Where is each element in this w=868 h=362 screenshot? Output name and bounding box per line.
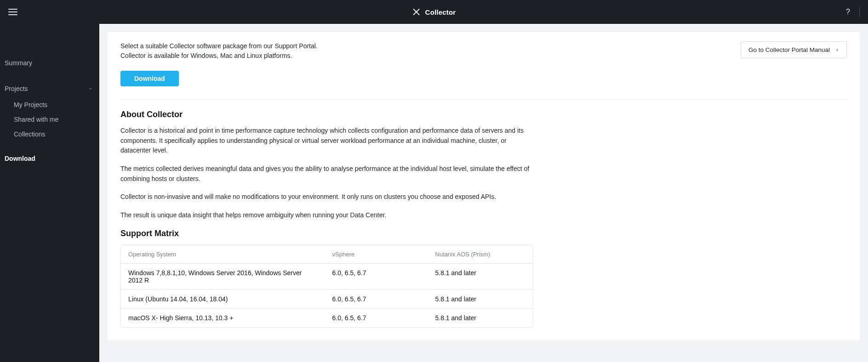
table-header-aos: Nutanix AOS (Prism) — [428, 245, 533, 263]
sidebar-item-label: Summary — [5, 59, 32, 67]
topbar-right: ? — [846, 7, 860, 17]
sidebar-item-label: Shared with me — [14, 116, 58, 123]
sidebar-item-label: Download — [5, 155, 35, 162]
table-row: Linux (Ubuntu 14.04, 16.04, 18.04) 6.0, … — [121, 289, 533, 308]
content-area: Select a suitable Collector software pac… — [99, 24, 868, 362]
cell-aos: 5.8.1 and later — [428, 309, 533, 327]
cell-vsphere: 6.0, 6.5, 6.7 — [325, 290, 428, 308]
sidebar-item-projects[interactable]: Projects — [0, 80, 99, 97]
sidebar-item-shared-with-me[interactable]: Shared with me — [0, 112, 99, 127]
cell-os: Linux (Ubuntu 14.04, 16.04, 18.04) — [121, 290, 325, 308]
table-header-row: Operating System vSphere Nutanix AOS (Pr… — [121, 245, 533, 263]
sidebar-item-collections[interactable]: Collections — [0, 127, 99, 141]
table-row: macOS X- High Sierra, 10.13, 10.3 + 6.0,… — [121, 308, 533, 327]
about-paragraph: The metrics collected derives meaningful… — [120, 164, 534, 184]
chevron-up-icon — [88, 86, 93, 91]
intro-text: Select a suitable Collector software pac… — [120, 41, 318, 61]
cell-os: Windows 7,8,8.1,10, Windows Server 2016,… — [121, 264, 325, 289]
go-to-manual-button[interactable]: Go to Collector Portal Manual — [741, 41, 847, 58]
support-matrix-table: Operating System vSphere Nutanix AOS (Pr… — [120, 245, 533, 328]
topbar-divider — [859, 7, 860, 17]
download-card: Select a suitable Collector software pac… — [108, 32, 860, 340]
support-matrix-heading: Support Matrix — [120, 229, 847, 238]
about-paragraph: Collector is non-invasive and will make … — [120, 192, 534, 202]
cell-vsphere: 6.0, 6.5, 6.7 — [325, 309, 428, 327]
intro-line-2: Collector is available for Windows, Mac … — [120, 51, 318, 61]
sidebar-item-my-projects[interactable]: My Projects — [0, 97, 99, 112]
sidebar-item-label: Collections — [14, 130, 45, 138]
sidebar-item-label: Projects — [5, 85, 28, 92]
logo-x-icon — [412, 8, 421, 16]
table-header-vsphere: vSphere — [325, 245, 428, 263]
topbar: Collector ? — [0, 0, 868, 24]
cell-vsphere: 6.0, 6.5, 6.7 — [325, 264, 428, 289]
sidebar-item-label: My Projects — [14, 101, 47, 108]
about-paragraph: The result is unique data insight that h… — [120, 210, 534, 221]
about-heading: About Collector — [120, 110, 847, 119]
sidebar-item-download[interactable]: Download — [0, 150, 99, 167]
app-brand: Collector — [412, 8, 456, 16]
divider — [120, 99, 847, 100]
table-header-os: Operating System — [121, 245, 325, 263]
button-label: Download — [134, 75, 165, 82]
app-title: Collector — [425, 8, 456, 16]
about-section: Collector is a historical and point in t… — [120, 126, 847, 221]
table-row: Windows 7,8,8.1,10, Windows Server 2016,… — [121, 263, 533, 289]
about-paragraph: Collector is a historical and point in t… — [120, 126, 534, 156]
help-icon[interactable]: ? — [846, 8, 850, 16]
chevron-right-icon — [835, 47, 839, 53]
sidebar-item-summary[interactable]: Summary — [0, 54, 99, 72]
cell-os: macOS X- High Sierra, 10.13, 10.3 + — [121, 309, 325, 327]
sidebar: Summary Projects My Projects Shared with… — [0, 24, 99, 362]
download-button[interactable]: Download — [120, 71, 179, 86]
hamburger-menu-button[interactable] — [8, 9, 17, 15]
cell-aos: 5.8.1 and later — [428, 264, 533, 289]
cell-aos: 5.8.1 and later — [428, 290, 533, 308]
intro-line-1: Select a suitable Collector software pac… — [120, 41, 318, 51]
button-label: Go to Collector Portal Manual — [748, 46, 830, 53]
